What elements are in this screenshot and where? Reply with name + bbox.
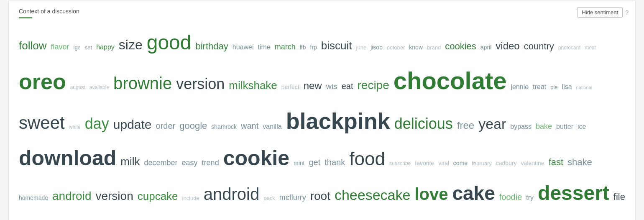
- word-item[interactable]: cookie: [223, 141, 289, 175]
- word-item[interactable]: delicious: [394, 112, 453, 136]
- word-item[interactable]: mcflurry: [279, 192, 306, 204]
- word-item[interactable]: lge: [74, 43, 81, 52]
- word-item[interactable]: pie: [550, 83, 557, 92]
- word-item[interactable]: dessert: [538, 177, 609, 210]
- word-item[interactable]: update: [113, 115, 152, 135]
- word-item[interactable]: subscribe: [389, 160, 411, 168]
- word-item[interactable]: try: [526, 192, 534, 203]
- word-item[interactable]: file: [613, 189, 625, 204]
- word-item[interactable]: birthday: [195, 39, 228, 54]
- word-item[interactable]: know: [409, 43, 423, 52]
- word-item[interactable]: april: [480, 43, 491, 52]
- word-item[interactable]: size: [119, 34, 143, 56]
- word-item[interactable]: love: [414, 181, 448, 207]
- word-item[interactable]: video: [496, 38, 519, 54]
- word-item[interactable]: biscuit: [321, 37, 352, 55]
- word-item[interactable]: december: [144, 157, 178, 169]
- word-item[interactable]: bake: [536, 120, 552, 133]
- word-item[interactable]: fast: [549, 155, 563, 169]
- word-item[interactable]: brand: [427, 43, 441, 52]
- word-item[interactable]: meat: [585, 44, 596, 52]
- word-item[interactable]: follow: [19, 37, 46, 55]
- word-item[interactable]: vanilla: [263, 121, 281, 132]
- word-item[interactable]: national: [576, 84, 593, 92]
- word-item[interactable]: favorite: [415, 159, 434, 168]
- word-item[interactable]: frp: [310, 43, 317, 52]
- word-item[interactable]: homemade: [19, 193, 48, 202]
- word-item[interactable]: chocolate: [394, 61, 507, 100]
- word-item[interactable]: february: [472, 159, 492, 168]
- word-item[interactable]: eat: [342, 79, 353, 93]
- word-item[interactable]: cream: [98, 212, 155, 220]
- word-item[interactable]: pack: [263, 194, 275, 203]
- word-item[interactable]: time: [258, 42, 270, 53]
- word-item[interactable]: lfb: [300, 43, 306, 52]
- word-item[interactable]: version: [176, 72, 225, 96]
- word-item[interactable]: country: [524, 39, 554, 54]
- word-item[interactable]: huawei: [233, 42, 254, 53]
- word-item[interactable]: android: [52, 187, 91, 206]
- word-item[interactable]: mint: [294, 159, 304, 168]
- word-item[interactable]: recipe: [357, 76, 389, 95]
- word-item[interactable]: cake: [452, 178, 495, 209]
- word-item[interactable]: june: [356, 43, 367, 52]
- word-item[interactable]: treat: [533, 82, 546, 92]
- word-item[interactable]: day: [85, 112, 109, 136]
- word-item[interactable]: new: [304, 78, 322, 94]
- word-item[interactable]: want: [241, 119, 258, 133]
- word-item[interactable]: august: [70, 84, 85, 92]
- word-item[interactable]: year: [478, 113, 506, 135]
- word-item[interactable]: sweet: [19, 109, 65, 137]
- word-item[interactable]: valentine: [521, 159, 544, 168]
- word-item[interactable]: version: [95, 187, 133, 206]
- word-item[interactable]: flavor: [51, 41, 69, 53]
- word-item[interactable]: come: [453, 159, 468, 168]
- word-item[interactable]: lisa: [562, 82, 572, 92]
- word-item[interactable]: jennie: [511, 82, 529, 92]
- word-item[interactable]: photocard: [558, 44, 580, 52]
- word-item[interactable]: oreo: [19, 64, 66, 99]
- title-underline: [19, 17, 32, 18]
- word-item[interactable]: cookies: [445, 39, 476, 54]
- word-item[interactable]: cadbury: [496, 159, 517, 168]
- word-item[interactable]: march: [275, 41, 296, 53]
- word-item[interactable]: thank: [325, 156, 345, 169]
- word-item[interactable]: order: [156, 119, 176, 133]
- word-item[interactable]: jisoo: [371, 43, 383, 52]
- word-item[interactable]: download: [19, 141, 116, 175]
- word-item[interactable]: good: [147, 27, 192, 59]
- word-item[interactable]: brownie: [113, 70, 172, 97]
- word-item[interactable]: include: [182, 194, 199, 203]
- word-item[interactable]: google: [179, 118, 207, 133]
- word-item[interactable]: available: [89, 84, 109, 92]
- word-item[interactable]: bypass: [510, 121, 532, 132]
- word-item[interactable]: shake: [567, 155, 592, 169]
- word-item[interactable]: easy: [182, 157, 198, 169]
- word-item[interactable]: food: [349, 144, 385, 174]
- word-item[interactable]: free: [457, 118, 474, 133]
- card-title: Context of a discussion: [19, 8, 625, 15]
- word-item[interactable]: trend: [202, 157, 219, 169]
- word-item[interactable]: foodie: [499, 190, 522, 204]
- header-controls: Hide sentiment ?: [577, 7, 629, 18]
- word-item[interactable]: root: [310, 187, 330, 206]
- word-item[interactable]: shamrock: [211, 122, 237, 131]
- help-icon[interactable]: ?: [625, 9, 629, 16]
- word-item[interactable]: butter: [556, 121, 573, 132]
- word-item[interactable]: october: [387, 43, 405, 52]
- word-item[interactable]: cheesecake: [335, 184, 410, 206]
- word-item[interactable]: android: [204, 181, 259, 207]
- word-item[interactable]: white: [69, 123, 81, 131]
- word-item[interactable]: get: [309, 156, 321, 169]
- word-item[interactable]: milkshake: [229, 77, 277, 95]
- word-item[interactable]: cupcake: [138, 188, 178, 205]
- word-item[interactable]: happy: [96, 42, 115, 53]
- word-item[interactable]: set: [85, 43, 92, 52]
- word-item[interactable]: perfect: [281, 82, 299, 92]
- word-item[interactable]: wts: [326, 81, 337, 93]
- word-item[interactable]: blackpink: [286, 103, 390, 139]
- word-item[interactable]: viral: [438, 159, 449, 168]
- word-item[interactable]: ice: [578, 121, 586, 132]
- hide-sentiment-button[interactable]: Hide sentiment: [577, 7, 623, 18]
- word-item[interactable]: milk: [120, 153, 140, 171]
